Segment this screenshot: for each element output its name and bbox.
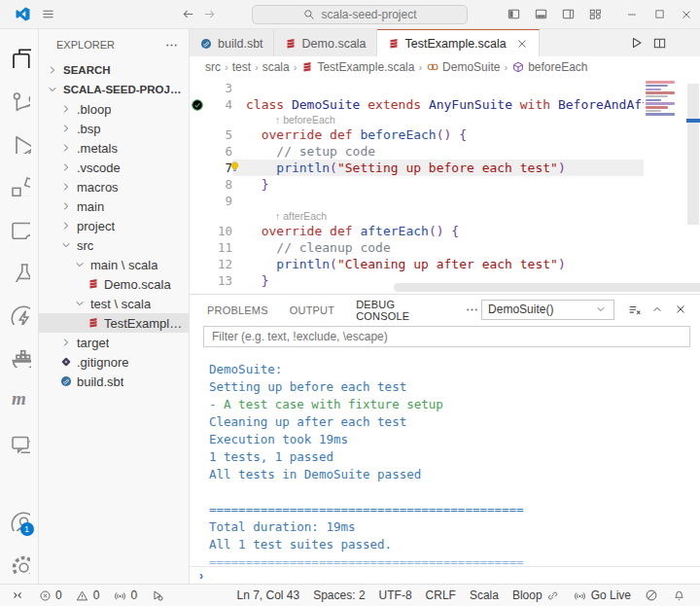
activity-remote-explorer-icon[interactable]	[0, 206, 39, 249]
forward-button[interactable]	[198, 4, 220, 25]
code-editor[interactable]: 34class DemoSuite extends AnyFunSuite wi…	[190, 78, 700, 294]
line-number: 9	[205, 193, 232, 209]
status-eol[interactable]: CRLF	[421, 587, 461, 604]
activity-metals-icon[interactable]: m	[0, 377, 39, 420]
activity-chat-icon[interactable]	[0, 420, 39, 463]
toggle-secondary-sidebar-button[interactable]	[554, 2, 581, 27]
status-cursor-position[interactable]: Ln 7, Col 43	[231, 587, 304, 604]
toggle-panel-button[interactable]	[527, 2, 554, 27]
breadcrumb-item-test[interactable]: test	[232, 60, 251, 74]
status-errors-count[interactable]: 0	[33, 587, 67, 604]
breadcrumb-label: beforeEach	[528, 60, 587, 74]
activity-account-icon[interactable]: 1	[0, 498, 39, 541]
panel-tab-output[interactable]: OUTPUT	[290, 297, 334, 323]
status-go-live[interactable]: Go Live	[569, 587, 636, 604]
status-encoding[interactable]: UTF-8	[374, 587, 417, 604]
explorer-sidebar: EXPLORER SEARCHSCALA-SEED-PROJECT.bloop.…	[39, 29, 190, 584]
console-line	[209, 483, 700, 501]
maximize-panel-button[interactable]	[646, 299, 669, 320]
tree-item-test-scala[interactable]: test \ scala	[39, 294, 189, 313]
code-token	[246, 143, 276, 160]
close-tab-icon[interactable]	[515, 37, 529, 51]
tab-build-sbt[interactable]: build.sbt	[190, 29, 274, 56]
tree-item-metals[interactable]: .metals	[39, 138, 189, 158]
close-window-button[interactable]	[673, 2, 700, 27]
activity-flask-icon[interactable]	[0, 249, 39, 292]
tree-item-target[interactable]: target	[39, 333, 189, 352]
activity-gear-icon[interactable]	[0, 541, 39, 584]
run-icon-button[interactable]	[624, 31, 648, 54]
activity-extensions-icon[interactable]	[0, 163, 39, 206]
tree-item-vscode[interactable]: .vscode	[39, 158, 189, 177]
close-panel-button[interactable]	[669, 299, 692, 320]
tree-item-bsp[interactable]: .bsp	[39, 119, 189, 138]
tab-testexample-scala[interactable]: TestExample.scala	[377, 29, 540, 56]
editor-horizontal-scrollbar[interactable]	[394, 283, 700, 292]
breadcrumb-item-src[interactable]: src	[205, 60, 221, 74]
code-token: class	[246, 96, 284, 113]
tree-item-main[interactable]: main	[39, 196, 189, 216]
console-filter[interactable]	[203, 326, 690, 347]
status-notifications-bell[interactable]	[667, 587, 690, 604]
status-debug-indicator[interactable]	[146, 587, 169, 604]
minimize-button[interactable]	[618, 2, 646, 27]
code-line-3: 3	[190, 80, 644, 96]
code-token: (	[330, 256, 337, 272]
activity-lightning-icon[interactable]	[0, 292, 39, 335]
breadcrumb-separator: ›	[224, 61, 229, 73]
status-bloop[interactable]: Bloop	[508, 587, 565, 604]
breadcrumb-item-beforeeach[interactable]: beforeEach	[511, 60, 587, 74]
status-indentation[interactable]: Spaces: 2	[308, 587, 369, 604]
tree-item-search[interactable]: SEARCH	[39, 60, 189, 80]
title-bar: scala-seed-project	[0, 0, 700, 29]
maximize-button[interactable]	[646, 2, 673, 27]
command-center-search[interactable]: scala-seed-project	[252, 5, 468, 24]
tree-item-build-sbt[interactable]: build.sbt	[39, 372, 189, 391]
lightbulb-icon[interactable]	[228, 160, 241, 173]
code-line-9: 9	[190, 193, 644, 209]
minimap[interactable]	[644, 80, 684, 226]
debug-console-input[interactable]: ›	[190, 566, 700, 584]
tab-demo-scala[interactable]: Demo.scala	[274, 29, 377, 56]
code-token: def	[330, 126, 352, 143]
menu-icon[interactable]	[35, 2, 60, 27]
editor-vertical-scrollbar[interactable]	[686, 78, 700, 294]
status-warnings-count[interactable]: 0	[71, 587, 105, 604]
console-filter-input[interactable]	[204, 330, 689, 343]
tree-item-project[interactable]: project	[39, 216, 189, 235]
tree-item-src[interactable]: src	[39, 235, 189, 255]
tree-item-demo-scala[interactable]: Demo.scala	[39, 274, 189, 294]
panel-more-tabs-icon[interactable]	[463, 300, 481, 319]
inlay-hint-text[interactable]: ↑ beforeEach	[246, 113, 335, 126]
test-passed-icon[interactable]	[190, 96, 205, 113]
activity-docker-icon[interactable]	[0, 335, 39, 377]
activity-run-debug-icon[interactable]	[0, 121, 39, 163]
status-language-mode[interactable]: Scala	[465, 587, 504, 604]
explorer-actions-icon[interactable]	[161, 35, 181, 54]
panel-tab-debug-console[interactable]: DEBUG CONSOLE	[356, 291, 441, 329]
breadcrumb-item-testexample-scala[interactable]: TestExample.scala	[300, 60, 414, 74]
activity-files-icon[interactable]	[0, 35, 39, 78]
split-editor-icon-button[interactable]	[648, 31, 671, 54]
status-copilot-status[interactable]	[640, 587, 663, 604]
tree-item-macros[interactable]: macros	[39, 177, 189, 196]
tree-item-main-scala[interactable]: main \ scala	[39, 255, 189, 274]
back-button[interactable]	[177, 4, 198, 25]
breadcrumb-item-demosuite[interactable]: DemoSuite	[426, 60, 500, 74]
toggle-sidebar-button[interactable]	[500, 2, 527, 27]
debug-session-selector[interactable]: DemoSuite()	[481, 300, 614, 320]
tree-item-gitignore[interactable]: .gitignore	[39, 352, 189, 372]
breadcrumb-item-scala[interactable]: scala	[262, 60, 290, 74]
status-ports-count[interactable]: 0	[108, 587, 142, 604]
inlay-hint-text[interactable]: ↑ afterEach	[246, 209, 327, 223]
panel-tab-problems[interactable]: PROBLEMS	[207, 297, 268, 323]
activity-source-control-icon[interactable]	[0, 78, 39, 121]
tree-item-testexample-scala[interactable]: TestExample.scala	[39, 313, 189, 333]
clear-console-button[interactable]	[622, 299, 646, 320]
tree-item-scala-seed-project[interactable]: SCALA-SEED-PROJECT	[39, 80, 189, 99]
dots-icon-button[interactable]	[671, 31, 694, 54]
customize-layout-button[interactable]	[581, 2, 609, 27]
status-remote-indicator[interactable]	[6, 587, 29, 604]
tree-item-bloop[interactable]: .bloop	[39, 99, 189, 119]
code-line-4: 4class DemoSuite extends AnyFunSuite wit…	[190, 96, 644, 113]
